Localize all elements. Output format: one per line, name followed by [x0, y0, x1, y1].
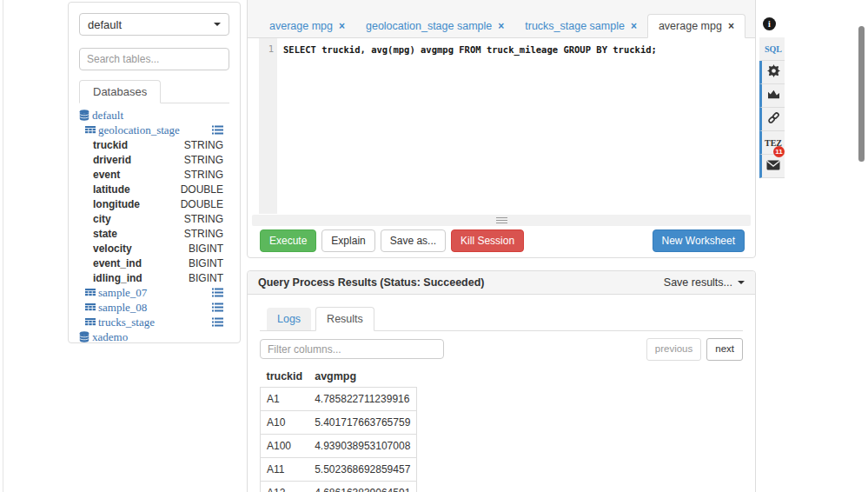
tree-column-row: idling_indBIGINT [79, 270, 229, 285]
column-type: STRING [184, 213, 223, 225]
cell-truckid: A1 [261, 387, 309, 410]
grip-icon [496, 220, 507, 221]
column-name: driverid [93, 154, 131, 166]
close-tab-icon[interactable]: × [728, 21, 734, 31]
tree-column-row: citySTRING [79, 211, 229, 226]
cell-avgmpg: 5.401717663765759 [308, 410, 417, 434]
tree-column-row: latitudeDOUBLE [79, 182, 229, 196]
tab-databases[interactable]: Databases [79, 80, 161, 103]
previous-page-button[interactable]: previous [646, 338, 701, 361]
cell-avgmpg: 5.502368692859457 [308, 457, 417, 481]
table-icon [85, 303, 96, 312]
execute-button[interactable]: Execute [260, 229, 316, 252]
rail-item-sql[interactable]: SQL [759, 37, 785, 61]
query-editor: 1 SELECT truckid, avg(mpg) avgmpg FROM t… [259, 38, 754, 214]
close-tab-icon[interactable]: × [631, 21, 637, 31]
worksheet-tab-label: average mpg [269, 20, 333, 32]
tree-table-row[interactable]: geolocation_stage [79, 123, 229, 137]
search-tables-input[interactable] [79, 48, 229, 70]
column-type: STRING [184, 228, 223, 240]
tree-table-row[interactable]: trucks_stage [79, 315, 229, 329]
right-rail: SQL TEZ 11 [759, 37, 785, 178]
cell-truckid: A10 [261, 410, 309, 434]
table-browser-panel: default Databases defaultgeolocation_sta… [68, 2, 241, 343]
explain-button[interactable]: Explain [321, 229, 374, 252]
table-row: A1004.939038953107008 [261, 434, 417, 457]
table-columns-list-icon[interactable] [212, 317, 223, 327]
table-name-link[interactable]: geolocation_stage [98, 123, 180, 137]
database-name-link[interactable]: default [92, 109, 123, 123]
chevron-down-icon [738, 281, 745, 284]
column-type: DOUBLE [181, 198, 223, 210]
new-worksheet-button[interactable]: New Worksheet [653, 229, 745, 252]
results-panel: Query Process Results (Status: Succeeded… [247, 270, 756, 492]
rail-item-messages[interactable]: 11 [759, 155, 785, 178]
page-left-divider [3, 0, 3, 492]
worksheet-actions: Execute Explain Save as... Kill Session … [260, 229, 745, 252]
table-name-link[interactable]: sample_07 [98, 286, 147, 300]
area-chart-icon [767, 89, 780, 103]
column-type: STRING [184, 169, 223, 181]
database-select[interactable]: default [79, 13, 229, 36]
page-scrollbar[interactable] [858, 26, 865, 162]
cell-avgmpg: 4.939038953107008 [308, 434, 417, 457]
column-type: STRING [184, 154, 223, 166]
worksheet-tab-label: trucks_stage sample [525, 20, 625, 32]
envelope-icon [766, 160, 780, 173]
results-tabbar: Logs Results [260, 307, 743, 331]
worksheet-tab[interactable]: trucks_stage sample× [514, 15, 647, 37]
table-columns-list-icon[interactable] [212, 303, 223, 312]
table-name-link[interactable]: sample_08 [98, 301, 147, 315]
table-columns-list-icon[interactable] [212, 288, 223, 297]
database-select-value: default [88, 18, 122, 31]
next-page-button[interactable]: next [706, 338, 743, 361]
save-results-dropdown[interactable]: Save results... [664, 276, 745, 289]
worksheet-tab-active[interactable]: average mpg× [647, 14, 745, 38]
tree-database-row[interactable]: default [79, 108, 229, 123]
notification-badge: 11 [773, 146, 785, 157]
column-header-avgmpg: avgmpg [308, 366, 417, 388]
line-number: 1 [268, 43, 274, 54]
sql-code-input[interactable]: SELECT truckid, avg(mpg) avgmpg FROM tru… [277, 38, 754, 214]
worksheet-tab[interactable]: average mpg× [259, 15, 355, 37]
column-name: event_ind [93, 257, 142, 269]
rail-item-visualization[interactable] [759, 84, 785, 108]
rail-item-link[interactable] [759, 108, 785, 131]
worksheet-tabbar: average mpg×geolocation_stage sample×tru… [248, 0, 755, 38]
tab-results[interactable]: Results [315, 307, 374, 331]
gear-icon [767, 64, 780, 80]
database-name-link[interactable]: xademo [92, 330, 128, 344]
table-icon [85, 289, 96, 297]
rail-item-settings[interactable] [759, 61, 785, 84]
table-row: A105.401717663765759 [261, 410, 417, 434]
tree-column-row: driveridSTRING [79, 152, 229, 167]
worksheet-tab[interactable]: geolocation_stage sample× [355, 15, 514, 37]
close-tab-icon[interactable]: × [498, 21, 504, 31]
tree-column-row: truckidSTRING [79, 137, 229, 152]
save-as-button[interactable]: Save as... [381, 229, 446, 252]
close-tab-icon[interactable]: × [339, 21, 345, 31]
table-columns-list-icon[interactable] [212, 125, 223, 135]
browser-tabbar: Databases [79, 81, 229, 103]
cell-truckid: A12 [261, 481, 309, 492]
kill-session-button[interactable]: Kill Session [451, 229, 524, 252]
database-icon [79, 110, 89, 121]
tree-column-row: event_indBIGINT [79, 256, 229, 270]
cell-avgmpg: 4.785822711239916 [308, 387, 417, 410]
link-icon [767, 111, 780, 127]
tree-table-row[interactable]: sample_07 [79, 285, 229, 300]
editor-resize-handle[interactable] [252, 215, 751, 226]
tree-table-row[interactable]: sample_08 [79, 300, 229, 315]
tree-database-row[interactable]: xademo [79, 329, 229, 344]
results-panel-header: Query Process Results (Status: Succeeded… [248, 271, 755, 295]
table-name-link[interactable]: trucks_stage [98, 316, 155, 329]
column-name: idling_ind [93, 272, 142, 284]
column-name: state [93, 228, 117, 240]
tree-column-row: stateSTRING [79, 226, 229, 241]
tab-logs[interactable]: Logs [267, 308, 311, 330]
info-icon[interactable]: i [763, 17, 776, 30]
results-table: truckid avgmpg A14.785822711239916A105.4… [260, 366, 417, 492]
column-type: DOUBLE [181, 183, 223, 196]
filter-columns-input[interactable] [260, 339, 444, 359]
results-toolbar: previous next [260, 338, 743, 361]
